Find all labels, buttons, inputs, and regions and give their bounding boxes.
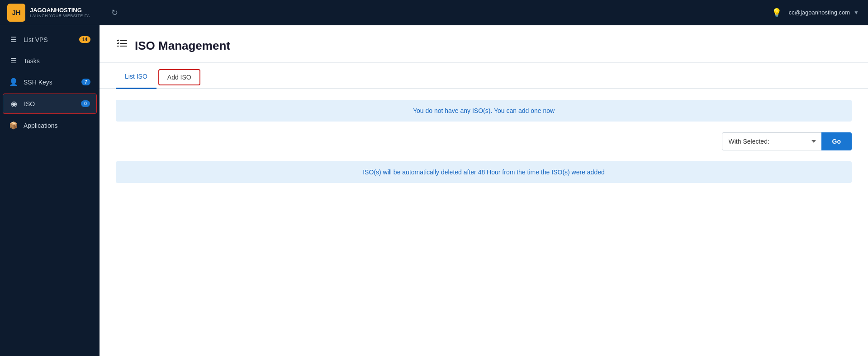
page-title: ISO Management [135, 39, 230, 53]
list-vps-badge: 14 [79, 36, 90, 43]
sidebar-label-applications: Applications [24, 122, 90, 129]
sidebar-item-applications[interactable]: 📦 Applications [0, 115, 100, 136]
refresh-button[interactable]: ↻ [109, 5, 121, 20]
tasks-icon: ☰ [9, 56, 18, 65]
bulb-icon: 💡 [772, 8, 782, 18]
page-header-icon [116, 38, 128, 53]
main-content: ISO Management List ISO Add ISO You do n… [100, 25, 868, 356]
content-area: You do not have any ISO(s). You can add … [100, 89, 868, 194]
with-selected-dropdown[interactable]: With Selected: [722, 132, 821, 150]
sidebar-item-iso[interactable]: ◉ ISO 0 [3, 94, 97, 114]
logo-name: JAGOANHOSTING [30, 7, 90, 14]
tab-list-iso[interactable]: List ISO [116, 66, 157, 89]
applications-icon: 📦 [9, 121, 18, 130]
sidebar-label-list-vps: List VPS [24, 36, 74, 43]
tabs-area: List ISO Add ISO [100, 66, 868, 89]
iso-badge: 0 [81, 100, 90, 107]
tab-add-iso[interactable]: Add ISO [158, 69, 200, 85]
empty-state-message: You do not have any ISO(s). You can add … [413, 107, 555, 114]
header-right: 💡 cc@jagoanhosting.com ▼ [772, 8, 859, 18]
svg-rect-4 [120, 43, 127, 44]
ssh-keys-badge: 7 [81, 79, 90, 85]
top-header: JH JAGOANHOSTING LAUNCH YOUR WEBSITE FA … [0, 0, 868, 25]
sidebar-item-ssh-keys[interactable]: 👤 SSH Keys 7 [0, 71, 100, 93]
empty-state-banner: You do not have any ISO(s). You can add … [116, 100, 852, 122]
svg-rect-2 [117, 46, 119, 47]
sidebar: ☰ List VPS 14 ☰ Tasks 👤 SSH Keys 7 ◉ ISO… [0, 25, 100, 356]
ssh-keys-icon: 👤 [9, 78, 18, 86]
auto-delete-banner: ISO(s) will be automatically deleted aft… [116, 161, 852, 183]
page-header: ISO Management [100, 25, 868, 63]
logo-area: JH JAGOANHOSTING LAUNCH YOUR WEBSITE FA [0, 4, 100, 22]
iso-icon: ◉ [9, 99, 19, 108]
sidebar-item-tasks[interactable]: ☰ Tasks [0, 50, 100, 71]
svg-rect-3 [120, 40, 127, 41]
sidebar-label-ssh-keys: SSH Keys [24, 79, 76, 86]
user-menu[interactable]: cc@jagoanhosting.com ▼ [789, 9, 859, 16]
logo-icon: JH [7, 4, 25, 22]
user-email: cc@jagoanhosting.com [789, 9, 850, 16]
svg-rect-5 [120, 46, 127, 47]
main-layout: ☰ List VPS 14 ☰ Tasks 👤 SSH Keys 7 ◉ ISO… [0, 25, 868, 356]
list-vps-icon: ☰ [9, 35, 18, 44]
logo-text-block: JAGOANHOSTING LAUNCH YOUR WEBSITE FA [30, 7, 90, 19]
go-button[interactable]: Go [821, 132, 852, 150]
chevron-down-icon: ▼ [854, 9, 859, 16]
logo-tagline: LAUNCH YOUR WEBSITE FA [30, 14, 90, 18]
auto-delete-message: ISO(s) will be automatically deleted aft… [363, 169, 605, 176]
sidebar-label-iso: ISO [24, 100, 76, 108]
sidebar-label-tasks: Tasks [24, 57, 90, 65]
sidebar-item-list-vps[interactable]: ☰ List VPS 14 [0, 29, 100, 50]
logo-initials: JH [12, 9, 20, 16]
action-row: With Selected: Go [116, 132, 852, 150]
